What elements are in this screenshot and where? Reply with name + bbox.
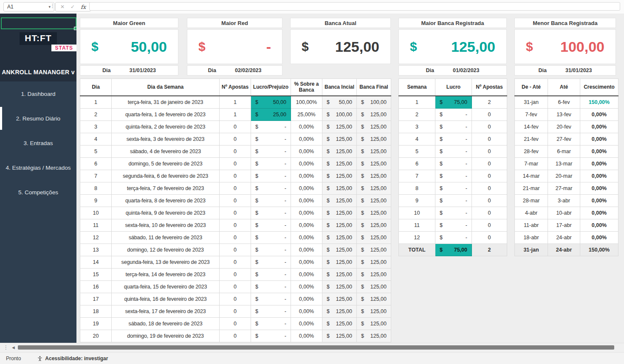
cell[interactable]: 5 [80, 146, 112, 158]
cell[interactable]: 0 [220, 305, 251, 318]
cell[interactable]: 0 [472, 170, 507, 182]
cell[interactable]: 7-fev [515, 109, 548, 121]
money-cell[interactable]: $- [251, 158, 291, 170]
cell[interactable]: 10 [80, 207, 112, 219]
money-cell[interactable]: $125,00 [357, 158, 391, 170]
cell[interactable]: 0 [220, 182, 251, 195]
cell[interactable]: 4 [80, 133, 112, 146]
cell[interactable]: 0,00% [291, 269, 322, 281]
growth-cell[interactable]: 0,00% [580, 133, 618, 146]
sidebar-item-1[interactable]: 1. Dashboard [0, 81, 76, 106]
growth-cell[interactable]: 0,00% [580, 121, 618, 133]
cell[interactable]: 4-abr [515, 207, 548, 219]
money-cell[interactable]: $125,00 [357, 146, 391, 158]
cell[interactable]: 20-mar [548, 170, 580, 182]
money-cell[interactable]: $125,00 [322, 256, 357, 269]
cell[interactable]: 6 [80, 158, 112, 170]
kebab-icon[interactable]: ⋮ [50, 3, 55, 9]
money-cell[interactable]: $- [251, 281, 291, 293]
money-cell[interactable]: $125,00 [322, 293, 357, 305]
cell[interactable]: 0 [220, 207, 251, 219]
cell[interactable]: 0 [220, 158, 251, 170]
money-cell[interactable]: $125,00 [322, 305, 357, 318]
cell[interactable]: 2 [472, 244, 507, 256]
cell[interactable]: 0 [472, 158, 507, 170]
money-cell[interactable]: $125,00 [357, 195, 391, 207]
cell[interactable]: 18-abr [515, 232, 548, 244]
cell[interactable]: 0,00% [291, 305, 322, 318]
cell[interactable]: sexta-feira, 3 de fevereiro de 2023 [112, 133, 220, 146]
cell[interactable]: 0,00% [291, 219, 322, 232]
cell[interactable]: 0 [472, 146, 507, 158]
cell[interactable]: 17 [80, 293, 112, 305]
growth-cell[interactable]: 0,00% [580, 207, 618, 219]
cell[interactable]: 0 [220, 146, 251, 158]
cell[interactable]: 18 [80, 305, 112, 318]
cell[interactable]: 3-abr [548, 195, 580, 207]
cell[interactable]: terça-feira, 7 de fevereiro de 2023 [112, 182, 220, 195]
money-cell[interactable]: $- [251, 121, 291, 133]
cell[interactable]: 24-abr [548, 244, 580, 256]
cell[interactable]: 0 [472, 219, 507, 232]
cell[interactable]: 0 [220, 133, 251, 146]
growth-cell[interactable]: 0,00% [580, 195, 618, 207]
cell[interactable]: 17-abr [548, 219, 580, 232]
cell[interactable]: 0,00% [291, 146, 322, 158]
cell[interactable]: 27-fev [548, 133, 580, 146]
cell[interactable]: 19 [80, 318, 112, 330]
cell[interactable]: quarta-feira, 15 de fevereiro de 2023 [112, 281, 220, 293]
cell[interactable]: 0,00% [291, 330, 322, 342]
cell[interactable]: 3 [80, 121, 112, 133]
cell[interactable]: 1 [80, 96, 112, 109]
cell[interactable]: 14 [80, 256, 112, 269]
cell[interactable]: 0 [220, 244, 251, 256]
money-cell[interactable]: $125,00 [322, 207, 357, 219]
sidebar-item-4[interactable]: 4. Estratégias / Mercados [0, 155, 76, 180]
growth-cell[interactable]: 0,00% [580, 232, 618, 244]
money-cell[interactable]: $125,00 [357, 121, 391, 133]
money-cell[interactable]: $- [251, 170, 291, 182]
money-cell[interactable]: $- [251, 293, 291, 305]
cell[interactable]: 20-fev [548, 121, 580, 133]
money-cell[interactable]: $- [251, 133, 291, 146]
money-cell[interactable]: $75,00 [435, 96, 472, 109]
money-cell[interactable]: $125,00 [357, 256, 391, 269]
cell[interactable]: 5 [399, 146, 435, 158]
money-cell[interactable]: $- [435, 195, 472, 207]
insert-function-icon[interactable]: fx [81, 4, 86, 10]
cell[interactable]: 100,00% [291, 96, 322, 109]
cell[interactable]: 0 [472, 121, 507, 133]
cell[interactable]: TOTAL [399, 244, 435, 256]
money-cell[interactable]: $100,00 [357, 96, 391, 109]
money-cell[interactable]: $- [435, 109, 472, 121]
money-cell[interactable]: $- [435, 133, 472, 146]
money-cell[interactable]: $125,00 [322, 318, 357, 330]
cell[interactable]: 6 [399, 158, 435, 170]
money-cell[interactable]: $- [435, 146, 472, 158]
money-cell[interactable]: $125,00 [357, 269, 391, 281]
money-cell[interactable]: $125,00 [322, 146, 357, 158]
cell[interactable]: 2 [399, 109, 435, 121]
cell[interactable]: 0 [220, 121, 251, 133]
cell[interactable]: 13-mar [548, 158, 580, 170]
cell[interactable]: 0,00% [291, 195, 322, 207]
money-cell[interactable]: $125,00 [357, 207, 391, 219]
sidebar-item-3[interactable]: 3. Entradas [0, 131, 76, 155]
cell[interactable]: domingo, 19 de fevereiro de 2023 [112, 330, 220, 342]
cell[interactable]: 28-mar [515, 195, 548, 207]
cell[interactable]: sábado, 4 de fevereiro de 2023 [112, 146, 220, 158]
cell[interactable]: 0 [472, 207, 507, 219]
money-cell[interactable]: $50,00 [322, 96, 357, 109]
growth-cell[interactable]: 150,00% [580, 96, 618, 109]
cell[interactable]: 0,00% [291, 158, 322, 170]
cell[interactable]: 11 [80, 219, 112, 232]
cell[interactable]: 1 [220, 109, 251, 121]
money-cell[interactable]: $125,00 [357, 133, 391, 146]
money-cell[interactable]: $125,00 [357, 219, 391, 232]
money-cell[interactable]: $- [435, 207, 472, 219]
money-cell[interactable]: $125,00 [357, 281, 391, 293]
cell[interactable]: 0,00% [291, 207, 322, 219]
cell[interactable]: 7 [80, 170, 112, 182]
money-cell[interactable]: $125,00 [322, 219, 357, 232]
cell[interactable]: 6-mar [548, 146, 580, 158]
